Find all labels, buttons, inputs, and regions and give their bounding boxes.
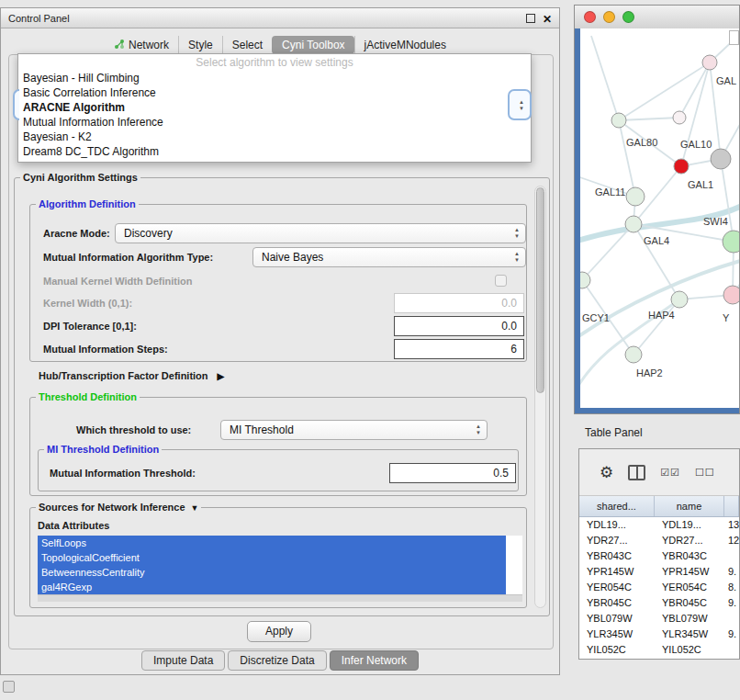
tab-jactivemnodules[interactable]: jActiveMNodules bbox=[354, 36, 455, 54]
mi-threshold-group-title: MI Threshold Definition bbox=[44, 443, 162, 456]
expand-arrow-icon[interactable] bbox=[208, 367, 225, 386]
settings-scrollbar-thumb[interactable] bbox=[536, 187, 544, 393]
table-cell: YLR345W bbox=[579, 627, 655, 642]
table-row[interactable]: YLR345WYLR345W9. bbox=[579, 627, 739, 642]
table-cell: YBR045C bbox=[655, 595, 724, 611]
attribute-item-betweennesscentrality[interactable]: BetweennessCentrality bbox=[38, 565, 506, 580]
zoom-traffic-light[interactable] bbox=[622, 11, 634, 23]
kernel-width-field[interactable]: 0.0 bbox=[394, 293, 524, 313]
table-row[interactable]: YIL052CYIL052C bbox=[579, 642, 739, 658]
tab-label: Network bbox=[129, 39, 169, 51]
tab-style[interactable]: Style bbox=[178, 36, 222, 54]
table-row[interactable]: YDL19...YDL19...13 bbox=[579, 517, 739, 533]
attribute-item-gal4rgexp[interactable]: gal4RGexp bbox=[38, 580, 506, 594]
cyni-algorithm-settings-group: Cyni Algorithm Settings Algorithm Defini… bbox=[14, 177, 550, 616]
dropdown-item-basic-correlation-inference[interactable]: Basic Correlation Inference bbox=[18, 85, 531, 100]
close-traffic-light[interactable] bbox=[584, 11, 596, 23]
table-panel-title: Table Panel bbox=[585, 426, 643, 439]
sources-title[interactable]: Sources for Network Inference bbox=[36, 501, 201, 514]
gear-icon[interactable] bbox=[600, 465, 613, 480]
network-canvas[interactable]: GALGAL80GAL10GAL11GAL1SWI4GAL4GCY1HAP4YH… bbox=[580, 28, 739, 410]
tab-network[interactable]: Network bbox=[105, 36, 178, 55]
column-header-shared[interactable]: shared... bbox=[579, 496, 655, 516]
attribute-item-selfloops[interactable]: SelfLoops bbox=[38, 536, 506, 550]
node-label: GAL80 bbox=[626, 137, 657, 148]
dropdown-item-dream8-dc-tdc-algorithm[interactable]: Dream8 DC_TDC Algorithm bbox=[18, 144, 531, 159]
network-node[interactable] bbox=[625, 216, 642, 232]
table-row[interactable]: YPR145WYPR145W9. bbox=[579, 564, 739, 580]
network-node[interactable] bbox=[673, 111, 686, 124]
bottom-tab-discretize-data[interactable]: Discretize Data bbox=[228, 650, 326, 671]
table-row[interactable]: YER054CYER054C8. bbox=[579, 580, 739, 595]
mi-steps-field[interactable]: 6 bbox=[394, 339, 524, 359]
minimize-traffic-light[interactable] bbox=[603, 11, 615, 23]
tab-label: Style bbox=[188, 39, 213, 51]
settings-scrollbar[interactable] bbox=[534, 186, 546, 608]
network-node[interactable] bbox=[625, 346, 642, 363]
hub-definition-section[interactable]: Hub/Transcription Factor Definition bbox=[39, 367, 224, 385]
tab-select[interactable]: Select bbox=[222, 36, 272, 54]
apply-button[interactable]: Apply bbox=[247, 621, 311, 642]
network-edge[interactable] bbox=[591, 36, 619, 120]
network-node[interactable] bbox=[711, 149, 731, 169]
dropdown-item-bayesian-hill-climbing[interactable]: Bayesian - Hill Climbing bbox=[18, 71, 531, 85]
network-node[interactable] bbox=[580, 272, 590, 288]
close-window-icon[interactable] bbox=[543, 10, 552, 27]
network-node[interactable] bbox=[674, 159, 689, 174]
sources-group: Sources for Network Inference Data Attri… bbox=[29, 507, 527, 608]
aracne-mode-select[interactable]: Discovery bbox=[115, 223, 526, 243]
manual-kernel-checkbox[interactable] bbox=[495, 275, 507, 287]
network-edge[interactable] bbox=[679, 62, 710, 118]
collapse-arrow-icon[interactable] bbox=[185, 502, 199, 513]
minimized-panel-icon[interactable] bbox=[3, 681, 15, 693]
network-node[interactable] bbox=[702, 55, 717, 70]
which-threshold-label: Which threshold to use: bbox=[76, 420, 191, 440]
network-node[interactable] bbox=[626, 187, 645, 206]
network-node[interactable] bbox=[671, 291, 688, 308]
table-cell: YDR27... bbox=[579, 533, 655, 548]
table-cell: YPR145W bbox=[579, 564, 655, 580]
bottom-tab-impute-data[interactable]: Impute Data bbox=[141, 650, 225, 671]
network-window-titlebar[interactable] bbox=[575, 6, 739, 29]
window-title: Control Panel bbox=[8, 13, 70, 24]
mi-algorithm-type-select[interactable]: Naive Bayes bbox=[252, 247, 526, 267]
select-all-icon[interactable] bbox=[660, 467, 680, 479]
bottom-tab-infer-network[interactable]: Infer Network bbox=[330, 650, 419, 671]
dropdown-item-mutual-information-inference[interactable]: Mutual Information Inference bbox=[18, 115, 531, 130]
float-window-icon[interactable] bbox=[526, 14, 535, 23]
mi-steps-label: Mutual Information Steps: bbox=[43, 339, 168, 359]
table-row[interactable]: YBL079WYBL079W bbox=[579, 611, 739, 627]
which-threshold-select[interactable]: MI Threshold bbox=[220, 420, 488, 440]
table-cell: YPR145W bbox=[655, 564, 724, 580]
table-row[interactable]: YDR27...YDR27...12 bbox=[579, 533, 739, 548]
network-node[interactable] bbox=[723, 286, 739, 304]
control-panel-titlebar[interactable]: Control Panel bbox=[1, 8, 559, 28]
network-node[interactable] bbox=[723, 231, 739, 253]
dropdown-item-bayesian-k2[interactable]: Bayesian - K2 bbox=[18, 130, 531, 144]
mi-threshold-field[interactable]: 0.5 bbox=[389, 463, 516, 483]
algorithm-combobox-left-fragment bbox=[13, 89, 19, 120]
attribute-item-topologicalcoefficient[interactable]: TopologicalCoefficient bbox=[38, 550, 506, 565]
algorithm-combobox-button[interactable] bbox=[508, 89, 532, 120]
node-label: GAL1 bbox=[688, 179, 713, 190]
column-header-name[interactable]: name bbox=[655, 496, 724, 516]
column-header-col[interactable] bbox=[724, 496, 739, 516]
network-node[interactable] bbox=[611, 113, 626, 128]
dropdown-items: Bayesian - Hill ClimbingBasic Correlatio… bbox=[18, 71, 531, 159]
network-edge[interactable] bbox=[619, 118, 679, 120]
network-scrollbar-button[interactable] bbox=[729, 30, 739, 45]
table-cell: YBR045C bbox=[579, 595, 655, 611]
dropdown-item-aracne-algorithm[interactable]: ARACNE Algorithm bbox=[18, 100, 531, 115]
columns-icon[interactable] bbox=[628, 465, 645, 480]
attributes-horizontal-scrollbar[interactable] bbox=[38, 594, 522, 602]
table-cell: YER054C bbox=[579, 580, 655, 595]
table-row[interactable]: YBR043CYBR043C bbox=[579, 548, 739, 564]
network-edge[interactable] bbox=[721, 159, 734, 242]
tab-cyni-toolbox[interactable]: Cyni Toolbox bbox=[272, 36, 353, 54]
table-row[interactable]: YBR045CYBR045C9. bbox=[579, 595, 739, 611]
data-attributes-list[interactable]: SelfLoopsTopologicalCoefficientBetweenne… bbox=[38, 536, 522, 602]
network-edge[interactable] bbox=[619, 120, 635, 197]
dpi-tolerance-field[interactable]: 0.0 bbox=[394, 316, 524, 336]
table-cell: YBR043C bbox=[655, 548, 724, 564]
deselect-all-icon[interactable] bbox=[695, 467, 715, 479]
